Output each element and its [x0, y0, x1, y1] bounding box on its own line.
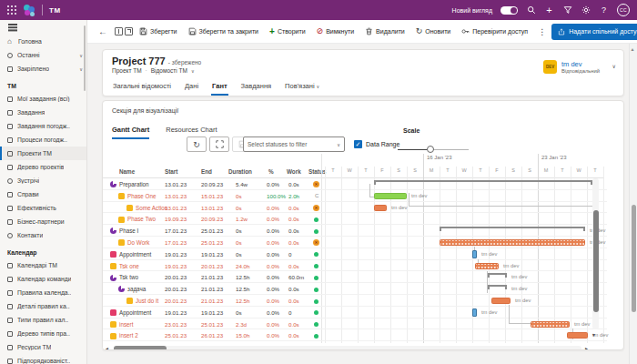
sidebar-scrollbar[interactable]	[84, 25, 86, 91]
header-expand-chevron-icon[interactable]: ∨	[612, 63, 616, 69]
task-end: 25.01.23	[201, 239, 223, 246]
check-access-button[interactable]: Перевірити доступ	[457, 23, 532, 41]
sidebar-item-resource[interactable]: Ресурси ТМ	[0, 340, 86, 354]
table-row[interactable]: Some Action13.01.2313.01.230s0.0%0.0s✕	[103, 202, 607, 214]
gantt-hscroll-thumb[interactable]	[114, 346, 167, 350]
task-name: insert 2	[119, 332, 138, 339]
square-crimson-icon	[110, 309, 116, 316]
task-bar-orange[interactable]	[567, 332, 588, 339]
app-logo-icon[interactable]	[23, 4, 35, 16]
sidebar-item-contact[interactable]: Контакти	[0, 228, 86, 242]
gear-icon[interactable]	[581, 5, 591, 15]
clock-icon	[7, 53, 13, 58]
popout-icon[interactable]	[125, 25, 133, 39]
sidebar-item-details[interactable]: Деталі правил ка..	[0, 299, 86, 313]
summary-task-bar[interactable]	[488, 273, 507, 278]
milestone-marker[interactable]	[472, 308, 477, 317]
save-button[interactable]: Зберегти	[135, 23, 182, 41]
table-row[interactable]: Appointment19.01.2319.01.230s0.0%0	[103, 307, 607, 318]
scroll-right-icon[interactable]: ▸	[585, 345, 588, 350]
share-button[interactable]: Надати спільний доступ ∨	[551, 24, 637, 40]
sidebar-item-pin[interactable]: Закріплено∨	[0, 62, 86, 76]
sidebar-item-clock[interactable]: Останні∨	[0, 48, 86, 62]
sidebar-item-rules[interactable]: Правила календа..	[0, 286, 86, 299]
task-end: 21.01.23	[201, 274, 223, 280]
table-row[interactable]: insert 225.01.2326.01.2315.0h0.0%0.0s	[103, 329, 607, 341]
table-row[interactable]: Just do it20.01.2321.01.2312.5h0.0%0.0s	[103, 295, 607, 307]
tab-general[interactable]: Загальні відомості	[112, 80, 172, 96]
sidebar-item-home[interactable]: ⌂Головна	[0, 35, 86, 48]
tab-related[interactable]: Пов'язані∨	[284, 80, 320, 96]
deactivate-button[interactable]: ⊘ Вимкнути	[312, 23, 359, 41]
scroll-left-icon[interactable]: ◂	[106, 345, 108, 350]
summary-task-bar[interactable]	[488, 285, 507, 289]
gantt-vscroll-thumb[interactable]	[593, 210, 599, 312]
app-name[interactable]: TM	[49, 6, 61, 15]
milestone-marker[interactable]	[472, 250, 477, 258]
task-percent: 0.0%	[267, 181, 279, 187]
task-bar-orange[interactable]	[475, 263, 499, 269]
task-percent: 0.0%	[267, 228, 279, 234]
create-button[interactable]: + Створити	[265, 23, 310, 41]
sidebar-item-calendar[interactable]: Календар команди	[0, 272, 86, 286]
summary-task-bar[interactable]	[374, 180, 592, 185]
new-look-toggle[interactable]	[500, 6, 518, 15]
table-row[interactable]: Tsk two20.01.2321.01.2312.5h0.0%60.0m	[103, 271, 607, 283]
sidebar-item-chart[interactable]: Ефективність	[0, 201, 86, 215]
overflow-menu-icon[interactable]: ⋮	[534, 27, 550, 36]
back-icon[interactable]: ←	[98, 26, 113, 36]
tab-gantt[interactable]: Гант	[211, 80, 228, 96]
table-row[interactable]: Phase Two19.09.2320.09.231.2w0.0%0.0s	[103, 213, 607, 225]
tab-tasks[interactable]: Завдання	[240, 80, 273, 96]
status-active-icon	[314, 252, 318, 257]
sidebar-item-case[interactable]: Справи	[0, 187, 86, 201]
task-bar-orange[interactable]	[374, 205, 387, 211]
status-active-icon	[314, 334, 318, 339]
scroll-up-icon[interactable]: ▴	[632, 46, 634, 52]
summary-task-bar[interactable]	[440, 227, 585, 231]
sidebar-item-sub[interactable]: Підпорядкованіст..	[0, 354, 86, 364]
search-icon[interactable]	[526, 5, 536, 15]
sidebar-item-doc[interactable]: Завдання	[0, 106, 86, 119]
refresh-button[interactable]: ↻ Оновити	[411, 23, 456, 41]
scroll-down-icon[interactable]: ▾	[592, 331, 595, 338]
sidebar-item-approve[interactable]: Завдання погодж..	[0, 119, 86, 133]
waffle-menu-icon[interactable]	[7, 5, 16, 15]
save-label: Зберегти	[150, 28, 177, 35]
task-bar-orange[interactable]	[440, 239, 585, 246]
table-row[interactable]: Phase One13.01.2315.01.230s100.0%2.0hC	[103, 190, 607, 202]
task-duration: 0s	[236, 239, 242, 246]
page-scrollbar[interactable]: ▴	[629, 44, 637, 364]
form-selector[interactable]: Відомості ТМ	[151, 67, 187, 74]
sidebar-item-project[interactable]: Проекти ТМ	[0, 147, 86, 160]
owner-name[interactable]: tm dev	[561, 60, 600, 68]
delete-button[interactable]: Видалити	[360, 23, 410, 41]
sidebar-item-types[interactable]: Типи правил кал..	[0, 313, 86, 327]
table-row[interactable]: задача20.01.2321.01.2312.5h0.0%0.0s	[103, 283, 607, 295]
tab-data[interactable]: Дані	[184, 80, 199, 96]
filter-icon[interactable]	[562, 5, 572, 15]
hamburger-menu-icon[interactable]	[0, 20, 86, 35]
sidebar-item-calendar[interactable]: Календарі ТМ	[0, 258, 86, 272]
user-avatar[interactable]: CC	[617, 4, 630, 16]
save-and-close-button[interactable]: Зберегти та закрити	[184, 23, 264, 41]
task-bar-green[interactable]	[374, 193, 407, 199]
table-row[interactable]: Appointment19.01.2319.01.230s0.0%0	[103, 248, 607, 260]
sidebar-item-meeting[interactable]: Зустрічі	[0, 174, 86, 187]
sidebar-item-tasks[interactable]: Мої завдання (всі)	[0, 92, 86, 106]
sidebar-item-tree[interactable]: Дерево проектів	[0, 160, 86, 174]
page-scrollbar-thumb[interactable]	[632, 205, 636, 312]
sidebar-item-process[interactable]: Процеси погодж..	[0, 133, 86, 147]
task-percent: 0.0%	[267, 239, 279, 246]
day-header: F	[489, 167, 505, 173]
help-icon[interactable]: ?	[599, 5, 609, 15]
table-row[interactable]: Tsk one19.01.2320.01.2324.0h0.0%0.0s	[103, 260, 607, 272]
gantt-hscroll-track[interactable]	[114, 346, 581, 350]
form-view-icon[interactable]	[115, 25, 123, 39]
owner-field[interactable]: DEV tm dev Відповідальний	[543, 60, 600, 74]
plus-icon[interactable]: +	[544, 5, 554, 15]
task-bar-orange[interactable]	[491, 298, 511, 304]
sidebar-item-tree[interactable]: Дерево типів пра..	[0, 327, 86, 340]
sidebar-item-partner[interactable]: Бізнес-партнери	[0, 215, 86, 228]
task-bar-orange[interactable]	[531, 321, 570, 328]
